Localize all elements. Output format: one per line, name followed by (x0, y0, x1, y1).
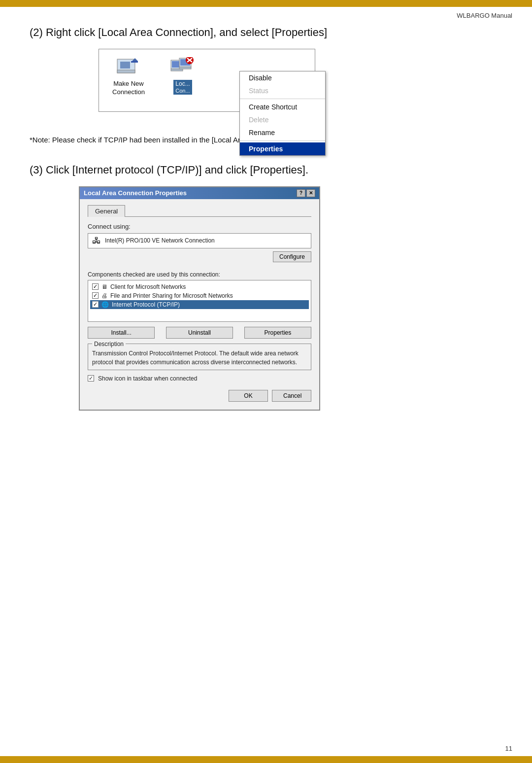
cancel-button[interactable]: Cancel (272, 390, 311, 402)
context-menu-sep1 (240, 99, 325, 99)
svg-rect-3 (120, 62, 130, 69)
taskbar-row: Show icon in taskbar when connected (88, 375, 311, 382)
svg-rect-5 (131, 61, 138, 63)
context-menu-shortcut[interactable]: Create Shortcut (240, 101, 325, 113)
top-bar (0, 0, 532, 7)
client-icon: 🖥 (101, 283, 107, 290)
local-area-dialog: Local Area Connection Properties ? ✕ Gen… (79, 186, 320, 411)
dialog-title: Local Area Connection Properties (84, 189, 187, 197)
taskbar-checkbox[interactable] (88, 375, 94, 382)
close-button[interactable]: ✕ (306, 189, 315, 197)
component-tcp-ip[interactable]: 🌐 Internet Protocol (TCP/IP) (90, 300, 309, 309)
uninstall-button[interactable]: Uninstall (166, 327, 233, 339)
connect-using-row: Connect using: 🖧 Intel(R) PRO/100 VE Net… (88, 223, 311, 266)
icons-row: Make NewConnection (104, 54, 310, 97)
section3-title: (3) Click [Internet protocol (TCP/IP)] a… (30, 164, 502, 176)
tcpip-checkbox[interactable] (92, 301, 99, 308)
adapter-icon: 🖧 (92, 236, 101, 246)
make-new-connection-icon (116, 57, 141, 78)
page-number: 11 (505, 745, 512, 752)
connections-screenshot: Make NewConnection (99, 49, 315, 112)
make-new-connection-label: Make NewConnection (112, 80, 145, 97)
client-checkbox[interactable] (92, 283, 99, 290)
filesharing-label: File and Printer Sharing for Microsoft N… (110, 292, 233, 299)
tab-general[interactable]: General (88, 205, 125, 217)
make-new-connection-icon-group: Make NewConnection (109, 57, 148, 97)
tcpip-icon: 🌐 (101, 301, 109, 308)
section2-title: (2) Right click [Local Area Connection],… (30, 26, 502, 39)
dialog-tab-content: Connect using: 🖧 Intel(R) PRO/100 VE Net… (88, 216, 311, 404)
local-area-connection-group: Loc...Con... Disable Status Create Short… (163, 57, 202, 97)
tcpip-label: Internet Protocol (TCP/IP) (112, 301, 180, 308)
context-menu: Disable Status Create Shortcut Delete Re… (239, 71, 326, 156)
local-area-connection-icon-group: Loc...Con... (163, 57, 202, 95)
filesharing-icon: 🖨 (101, 292, 107, 299)
configure-button[interactable]: Configure (273, 251, 311, 262)
install-button[interactable]: Install... (88, 327, 155, 339)
component-file-sharing[interactable]: 🖨 File and Printer Sharing for Microsoft… (90, 291, 309, 300)
bottom-bar (0, 756, 532, 763)
components-label: Components checked are used by this conn… (88, 271, 311, 278)
local-area-connection-icon (170, 57, 195, 78)
description-text: Transmission Control Protocol/Internet P… (92, 349, 307, 367)
page-content: (2) Right click [Local Area Connection],… (0, 21, 532, 430)
svg-rect-2 (117, 70, 135, 73)
context-menu-properties[interactable]: Properties (240, 142, 325, 155)
ok-cancel-row: OK Cancel (88, 387, 311, 404)
component-client[interactable]: 🖥 Client for Microsoft Networks (90, 282, 309, 291)
properties-button[interactable]: Properties (244, 327, 311, 339)
taskbar-label: Show icon in taskbar when connected (98, 375, 197, 382)
adapter-name: Intel(R) PRO/100 VE Network Connection (105, 237, 215, 244)
description-legend: Description (92, 341, 126, 347)
context-menu-delete: Delete (240, 113, 325, 126)
svg-rect-11 (179, 67, 191, 69)
context-menu-status: Status (240, 84, 325, 97)
ok-button[interactable]: OK (229, 390, 268, 402)
components-list: 🖥 Client for Microsoft Networks 🖨 File a… (88, 280, 311, 322)
adapter-box: 🖧 Intel(R) PRO/100 VE Network Connection (88, 233, 311, 248)
client-label: Client for Microsoft Networks (110, 283, 186, 290)
dialog-titlebar: Local Area Connection Properties ? ✕ (80, 187, 319, 199)
components-row: Components checked are used by this conn… (88, 271, 311, 322)
filesharing-checkbox[interactable] (92, 292, 99, 299)
context-menu-rename[interactable]: Rename (240, 126, 325, 139)
manual-name: WLBARGO Manual (0, 7, 532, 21)
svg-rect-8 (171, 69, 183, 71)
tab-row: General (88, 205, 311, 216)
connect-using-label: Connect using: (88, 223, 311, 230)
titlebar-buttons: ? ✕ (297, 189, 315, 197)
install-buttons-row: Install... Uninstall Properties (88, 327, 311, 339)
context-menu-disable[interactable]: Disable (240, 71, 325, 84)
local-area-label: Loc...Con... (173, 80, 192, 95)
description-group: Description Transmission Control Protoco… (88, 344, 311, 370)
help-button[interactable]: ? (297, 189, 305, 197)
context-menu-sep2 (240, 140, 325, 141)
dialog-body: General Connect using: 🖧 Intel(R) PRO/10… (80, 199, 319, 410)
